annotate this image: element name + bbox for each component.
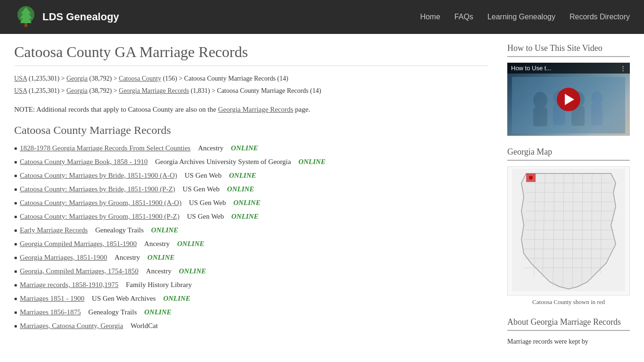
video-section: How to Use This Site Video How to Use t.… — [507, 43, 630, 136]
video-thumbnail[interactable]: How to Use t... ⋮ — [507, 63, 630, 136]
record-source-12: Genealogy Trails — [88, 307, 137, 317]
breadcrumb-line-1: USA (1,235,301) > Georgia (38,792) > Cat… — [14, 74, 488, 84]
play-arrow-icon — [565, 94, 574, 105]
breadcrumb-georgia-2[interactable]: Georgia — [66, 87, 88, 94]
list-item: Catoosa County: Marriages by Groom, 1851… — [14, 212, 488, 222]
svg-rect-2 — [25, 23, 27, 27]
record-link-0[interactable]: 1828-1978 Georgia Marriage Records From … — [20, 143, 190, 153]
svg-point-32 — [529, 176, 533, 180]
list-item: Early Marriage Records Genealogy Trails … — [14, 225, 488, 235]
video-title-bar: How to Use t... ⋮ — [507, 63, 630, 74]
record-source-2: US Gen Web — [185, 171, 222, 181]
breadcrumb-line-2: USA (1,235,301) > Georgia (38,792) > Geo… — [14, 86, 488, 96]
record-link-7[interactable]: Georgia Compiled Marriages, 1851-1900 — [20, 239, 137, 249]
online-badge-9: ONLINE — [179, 266, 206, 276]
nav-learning[interactable]: Learning Genealogy — [487, 13, 555, 21]
online-badge-8: ONLINE — [148, 253, 175, 263]
record-source-3: US Gen Web — [182, 184, 220, 194]
record-source-0: Ancestry — [198, 143, 223, 153]
video-title-text: How to Use t... — [511, 65, 551, 72]
record-source-1: Georgia Archives University System of Ge… — [155, 157, 291, 167]
record-source-5: US Gen Web — [187, 212, 224, 222]
record-link-6[interactable]: Early Marriage Records — [20, 225, 88, 235]
map-caption: Catoosa County shown in red — [507, 298, 630, 306]
breadcrumb-area: USA (1,235,301) > Georgia (38,792) > Cat… — [14, 74, 488, 97]
logo-tree-icon — [14, 5, 38, 29]
online-badge-7: ONLINE — [177, 239, 205, 249]
map-container — [507, 166, 630, 296]
online-badge-2: ONLINE — [229, 171, 256, 181]
list-item: Georgia Compiled Marriages, 1851-1900 An… — [14, 239, 488, 249]
georgia-map — [510, 169, 627, 291]
page-title: Catoosa County GA Marriage Records — [14, 43, 488, 66]
list-item: Catoosa County: Marriages by Groom, 1851… — [14, 198, 488, 208]
site-header: LDS Genealogy Home FAQs Learning Genealo… — [0, 0, 644, 34]
list-item: Marriages, Catoosa County, Georgia World… — [14, 321, 488, 331]
page-wrapper: Catoosa County GA Marriage Records USA (… — [0, 34, 644, 362]
list-item: Marriages 1851 - 1900 US Gen Web Archive… — [14, 294, 488, 304]
note-link[interactable]: Georgia Marriage Records — [218, 106, 293, 113]
online-badge-11: ONLINE — [163, 294, 190, 304]
svg-point-4 — [533, 92, 547, 109]
map-section-title: Georgia Map — [507, 147, 630, 161]
online-badge-1: ONLINE — [298, 157, 326, 167]
breadcrumb-georgia-1[interactable]: Georgia — [66, 75, 88, 82]
record-source-6: Genealogy Trails — [95, 225, 144, 235]
logo-area[interactable]: LDS Genealogy — [14, 5, 119, 29]
breadcrumb-usa-1[interactable]: USA — [14, 75, 27, 82]
record-source-4: US Gen Web — [189, 198, 226, 208]
about-section-title: About Georgia Marriage Records — [507, 317, 630, 331]
online-badge-0: ONLINE — [231, 143, 258, 153]
list-item: Georgia, Compiled Marriages, 1754-1850 A… — [14, 266, 488, 276]
breadcrumb-catoosa[interactable]: Catoosa County — [119, 75, 161, 82]
svg-point-7 — [591, 91, 603, 106]
list-item: Marriages 1856-1875 Genealogy Trails ONL… — [14, 307, 488, 317]
list-item: Catoosa County: Marriages by Bride, 1851… — [14, 171, 488, 181]
sidebar: How to Use This Site Video How to Use t.… — [507, 43, 630, 358]
record-link-5[interactable]: Catoosa County: Marriages by Groom, 1851… — [20, 212, 180, 222]
note-paragraph: NOTE: Additional records that apply to C… — [14, 104, 488, 115]
record-link-10[interactable]: Marriage records, 1858-1910,1975 — [20, 280, 118, 290]
nav-faqs[interactable]: FAQs — [454, 13, 473, 21]
online-badge-3: ONLINE — [227, 184, 255, 194]
record-link-13[interactable]: Marriages, Catoosa County, Georgia — [20, 321, 123, 331]
svg-rect-11 — [591, 104, 603, 125]
svg-rect-8 — [533, 107, 547, 126]
record-link-8[interactable]: Georgia Marriages, 1851-1900 — [20, 253, 107, 263]
records-list: 1828-1978 Georgia Marriage Records From … — [14, 143, 488, 331]
nav-records[interactable]: Records Directory — [570, 13, 630, 21]
record-source-10: Family History Library — [126, 280, 192, 290]
record-link-1[interactable]: Catoosa County Marriage Book, 1858 - 191… — [20, 157, 148, 167]
about-section: About Georgia Marriage Records Marriage … — [507, 317, 630, 346]
record-link-12[interactable]: Marriages 1856-1875 — [20, 307, 81, 317]
record-link-4[interactable]: Catoosa County: Marriages by Groom, 1851… — [20, 198, 182, 208]
list-item: Marriage records, 1858-1910,1975 Family … — [14, 280, 488, 290]
play-button[interactable] — [557, 88, 580, 111]
record-link-3[interactable]: Catoosa County: Marriages by Bride, 1851… — [20, 184, 175, 194]
main-content: Catoosa County GA Marriage Records USA (… — [14, 43, 488, 358]
list-item: Catoosa County Marriage Book, 1858 - 191… — [14, 157, 488, 167]
online-badge-5: ONLINE — [231, 212, 259, 222]
record-source-8: Ancestry — [115, 253, 140, 263]
nav-home[interactable]: Home — [420, 13, 440, 21]
section-heading: Catoosa County Marriage Records — [14, 124, 488, 137]
record-link-11[interactable]: Marriages 1851 - 1900 — [20, 294, 84, 304]
record-source-13: WorldCat — [131, 321, 158, 331]
list-item: Catoosa County: Marriages by Bride, 1851… — [14, 184, 488, 194]
list-item: 1828-1978 Georgia Marriage Records From … — [14, 143, 488, 153]
video-menu-icon: ⋮ — [620, 65, 626, 72]
record-source-7: Ancestry — [144, 239, 170, 249]
logo-text: LDS Genealogy — [42, 11, 119, 23]
online-badge-6: ONLINE — [151, 225, 179, 235]
record-source-9: Ancestry — [146, 266, 172, 276]
record-link-9[interactable]: Georgia, Compiled Marriages, 1754-1850 — [20, 266, 139, 276]
breadcrumb-usa-2[interactable]: USA — [14, 87, 27, 94]
online-badge-12: ONLINE — [144, 307, 172, 317]
video-section-title: How to Use This Site Video — [507, 43, 630, 57]
online-badge-4: ONLINE — [233, 198, 261, 208]
record-link-2[interactable]: Catoosa County: Marriages by Bride, 1851… — [20, 171, 177, 181]
breadcrumb-georgia-marriage[interactable]: Georgia Marriage Records — [119, 87, 189, 94]
map-section: Georgia Map — [507, 147, 630, 306]
about-section-text: Marriage records were kept by — [507, 337, 630, 346]
record-source-11: US Gen Web Archives — [92, 294, 156, 304]
